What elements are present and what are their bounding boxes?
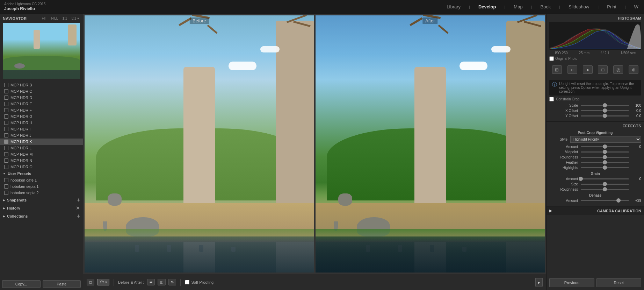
nav-map[interactable]: Map <box>512 3 524 10</box>
midpoint-row: Midpoint <box>549 150 641 154</box>
preset-mcp-hdr-n[interactable]: MCP HDR N <box>0 157 83 164</box>
camera-cal-header[interactable]: ▶ Camera Calibration <box>547 206 644 215</box>
yoffset-track[interactable] <box>581 115 629 116</box>
grain-roughness-track[interactable] <box>581 189 629 190</box>
scale-track[interactable] <box>581 105 629 106</box>
midpoint-track[interactable] <box>581 151 629 153</box>
preset-mcp-hdr-o[interactable]: MCP HDR O <box>0 164 83 170</box>
thumb-trees-bg <box>3 56 80 70</box>
midpoint-thumb[interactable] <box>603 150 607 154</box>
highlights-track[interactable] <box>581 167 629 168</box>
preset-mcp-hdr-e[interactable]: MCP HDR E <box>0 101 83 107</box>
grain-roughness-thumb[interactable] <box>603 187 607 191</box>
view-split-btn[interactable]: YY ▾ <box>97 279 109 285</box>
grain-size-track[interactable] <box>581 184 629 185</box>
preset-mcp-hdr-l[interactable]: MCP HDR L <box>0 145 83 151</box>
vig-amount-value: 0 <box>629 145 641 149</box>
copy-button[interactable]: Copy... <box>2 280 41 288</box>
crop-tool[interactable]: ⊞ <box>552 65 562 74</box>
original-photo-checkbox[interactable] <box>549 56 554 61</box>
yoffset-thumb[interactable] <box>603 114 607 118</box>
grain-amount-track[interactable] <box>581 178 629 179</box>
redeye-tool[interactable]: ● <box>583 65 593 74</box>
shutter-speed: 1/506 sec <box>621 51 636 55</box>
xoffset-value: 0.0 <box>629 109 641 113</box>
collections-header[interactable]: ▶ Collections + <box>0 212 83 220</box>
collections-add-btn[interactable]: + <box>77 213 80 219</box>
view-single-btn[interactable]: ◻ <box>87 279 94 285</box>
thumb-tree-center <box>34 30 40 49</box>
snapshots-add-btn[interactable]: + <box>77 197 80 203</box>
xoffset-thumb[interactable] <box>603 108 607 113</box>
highlights-thumb[interactable] <box>603 165 607 170</box>
roundness-track[interactable] <box>581 157 629 158</box>
nav-print[interactable]: Print <box>606 3 618 10</box>
fit-btn[interactable]: FIT <box>41 16 48 21</box>
feather-track[interactable] <box>581 162 629 163</box>
preset-mcp-hdr-g[interactable]: MCP HDR G <box>0 113 83 120</box>
roundness-thumb[interactable] <box>603 155 607 159</box>
style-select[interactable]: Highlight Priority <box>570 136 641 143</box>
thumb-water <box>3 70 80 79</box>
previous-button[interactable]: Previous <box>549 278 594 287</box>
camera-cal-expand: ▶ <box>549 208 552 213</box>
nav-slideshow[interactable]: Slideshow <box>567 3 591 10</box>
nav-develop[interactable]: Develop <box>477 3 498 10</box>
original-photo-check: Original Photo <box>549 56 641 61</box>
dehaze-amount-track[interactable] <box>581 200 629 201</box>
preset-mcp-hdr-m[interactable]: MCP HDR M <box>0 151 83 157</box>
preset-mcp-hdr-f[interactable]: MCP HDR F <box>0 107 83 113</box>
preset-mcp-hdr-h[interactable]: MCP HDR H <box>0 120 83 126</box>
grain-size-thumb[interactable] <box>603 182 607 186</box>
grad-filter-tool[interactable]: □ <box>598 65 608 74</box>
swap-before-after-btn[interactable]: ⇄ <box>147 279 155 285</box>
right-panel-bottom: Previous Reset <box>547 275 644 290</box>
thumb-tree-right <box>68 24 77 45</box>
constrain-crop-checkbox[interactable] <box>549 97 554 101</box>
preset-hoboken-cafe[interactable]: hoboken cafe 1 <box>0 177 83 183</box>
xoffset-track[interactable] <box>581 110 629 111</box>
reset-button[interactable]: Reset <box>596 278 642 287</box>
history-header[interactable]: ▶ History ✕ <box>0 204 83 212</box>
swap-orientation-btn[interactable]: ⇅ <box>168 279 176 285</box>
spot-removal-tool[interactable]: ○ <box>567 65 577 74</box>
preset-hoboken-sepia1[interactable]: hoboken sepia 1 <box>0 183 83 190</box>
preset-mcp-hdr-k[interactable]: MCP HDR K <box>0 139 83 145</box>
grain-roughness-row: Roughness <box>549 188 641 191</box>
grain-amount-thumb[interactable] <box>579 177 583 181</box>
before-cloud2 <box>260 46 280 52</box>
preset-mcp-hdr-d[interactable]: MCP HDR D <box>0 94 83 101</box>
soft-proofing-checkbox[interactable] <box>185 280 189 284</box>
scale-thumb[interactable] <box>603 103 607 107</box>
history-triangle: ▶ <box>3 207 5 210</box>
fill-btn[interactable]: FILL <box>50 16 59 21</box>
history-clear-btn[interactable]: ✕ <box>76 206 80 211</box>
radial-filter-tool[interactable]: ◎ <box>613 65 623 74</box>
dehaze-amount-thumb[interactable] <box>616 198 621 203</box>
preset-mcp-hdr-i[interactable]: MCP HDR I <box>0 126 83 132</box>
preset-hoboken-sepia2[interactable]: hoboken sepia 2 <box>0 190 83 196</box>
style-row: Style Highlight Priority <box>549 136 641 143</box>
preset-mcp-hdr-c[interactable]: MCP HDR C <box>0 88 83 94</box>
nav-zoom-controls[interactable]: FIT FILL 1:1 3:1 ▾ <box>41 16 80 21</box>
top-bar: Adobe Lightroom CC 2015 Joseph Riviello … <box>0 0 644 14</box>
snapshots-header[interactable]: ▶ Snapshots + <box>0 196 83 204</box>
nav-library[interactable]: Library <box>445 3 462 10</box>
user-presets-header[interactable]: ▼ User Presets <box>0 170 83 177</box>
adj-brush-tool[interactable]: ⊕ <box>629 65 638 74</box>
zoom-dropdown[interactable]: 3:1 ▾ <box>70 16 80 21</box>
preset-mcp-hdr-b[interactable]: MCP HDR B <box>0 82 83 88</box>
nav-book[interactable]: Book <box>539 3 552 10</box>
original-photo-label: Original Photo <box>555 57 577 61</box>
compare-btn[interactable]: ◫ <box>158 279 166 285</box>
vig-amount-thumb[interactable] <box>603 144 607 149</box>
feather-thumb[interactable] <box>603 160 607 164</box>
preset-mcp-hdr-j[interactable]: MCP HDR J <box>0 132 83 139</box>
soft-proofing-area: Soft Proofing <box>185 280 214 284</box>
nav-w[interactable]: W <box>633 3 640 10</box>
1to1-btn[interactable]: 1:1 <box>61 16 68 21</box>
toolbar-expand-btn[interactable]: ▸ <box>535 278 543 287</box>
vig-amount-track[interactable] <box>581 146 629 147</box>
upright-info-box: ⓘ Upright will reset the crop angle. To … <box>549 80 641 101</box>
paste-button[interactable]: Paste <box>43 280 81 288</box>
